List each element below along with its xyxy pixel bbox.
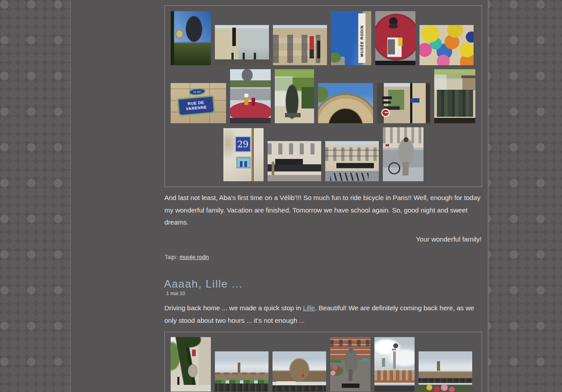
photo-street-signs-pillar[interactable] bbox=[377, 83, 430, 123]
photo-museum-corner-banners[interactable] bbox=[273, 25, 327, 65]
blog-page: { "theme": { "page_background": "#555253… bbox=[0, 0, 562, 392]
post-rodin-paragraph: And last not least, Aba's first time on … bbox=[164, 192, 482, 229]
post-lille-paragraph: Driving back home ... we made a quick st… bbox=[164, 302, 482, 326]
post-rodin-signoff: Your wonderful family! bbox=[164, 235, 482, 243]
photo-rue-de-varenne-sign[interactable]: RUE DE VARENNE7e Arr. bbox=[171, 83, 226, 123]
post-lille-date: 1 mai 10 bbox=[166, 291, 185, 296]
photo-cafe-table-magazines[interactable] bbox=[375, 11, 415, 65]
gallery-row: 29 bbox=[171, 127, 476, 181]
photo-musee-rodin-banner[interactable]: MUSÉE RODIN bbox=[331, 11, 371, 65]
paragraph-text-before: Driving back home ... we made a quick st… bbox=[164, 304, 303, 312]
tags-label: Tags: bbox=[165, 254, 178, 260]
gallery-row: RUE DE VARENNE7e Arr. bbox=[171, 69, 476, 123]
photo-shopfront[interactable] bbox=[268, 141, 321, 181]
photo-stone-archway[interactable] bbox=[318, 83, 373, 123]
photo-rodin-statue-garden[interactable] bbox=[275, 69, 314, 123]
post-lille-title: Aaaah, Lille ... bbox=[164, 278, 243, 290]
gallery-row bbox=[171, 337, 476, 392]
photo-sublabel-rue-de-varenne-sign: 7e Arr. bbox=[189, 88, 206, 96]
photo-man-with-bicycle[interactable] bbox=[383, 127, 424, 181]
tag-link-musee-rodin[interactable]: musée rodin bbox=[180, 254, 209, 260]
photo-label-door-number-29: 29 bbox=[235, 136, 251, 152]
photo-column-goddess[interactable] bbox=[374, 337, 415, 392]
photo-burghers-of-calais[interactable] bbox=[434, 69, 475, 123]
photo-invalides-garden[interactable] bbox=[171, 11, 211, 65]
gallery-paris-rodin: MUSÉE RODINRUE DE VARENNE7e Arr.29 bbox=[164, 5, 482, 187]
lille-link[interactable]: Lille bbox=[303, 304, 315, 312]
photo-label-musee-rodin-banner: MUSÉE RODIN bbox=[358, 13, 365, 63]
gallery-row: MUSÉE RODIN bbox=[171, 11, 476, 65]
photo-entry-tokens[interactable] bbox=[419, 25, 474, 65]
photo-label-rue-de-varenne-sign: RUE DE VARENNE bbox=[177, 95, 215, 116]
tags-row: Tags:musée rodin bbox=[165, 254, 209, 260]
photo-cafe-drinks[interactable] bbox=[230, 69, 271, 123]
gallery-lille bbox=[164, 332, 482, 392]
photo-velib-street-corner[interactable] bbox=[325, 141, 379, 181]
photo-grand-place-market[interactable] bbox=[215, 351, 268, 392]
photo-living-statue[interactable] bbox=[330, 337, 370, 392]
photo-museum-entrance[interactable] bbox=[215, 25, 269, 65]
photo-porte-de-paris[interactable] bbox=[171, 337, 211, 392]
photo-door-number-29[interactable]: 29 bbox=[223, 128, 264, 181]
photo-grand-place-flowers[interactable] bbox=[419, 351, 472, 392]
photo-vieille-bourse-market[interactable] bbox=[273, 351, 326, 392]
